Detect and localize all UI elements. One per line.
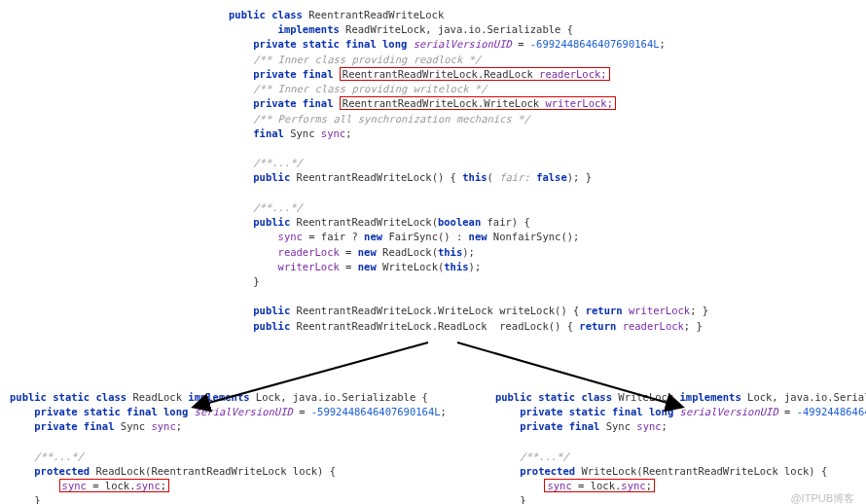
kw: this [462, 171, 487, 183]
kw: private final [520, 420, 599, 432]
t: ReentrantReadWriteLock.WriteLock writeLo… [290, 305, 585, 316]
t: } [253, 275, 259, 287]
kw: return [586, 305, 623, 316]
f: sync [621, 480, 645, 491]
c: /** Performs all synchronization mechani… [253, 113, 529, 125]
t: fair) { [481, 216, 530, 228]
kw: new [469, 231, 487, 242]
kw: this [438, 246, 462, 258]
kw: new [358, 261, 377, 272]
kw: public [253, 305, 290, 316]
n: -4992448646407690164L [797, 406, 866, 417]
t: ; [345, 127, 351, 139]
f: sync [135, 480, 160, 491]
t: ; [662, 420, 668, 432]
t: ReentrantReadWriteLock( [290, 216, 438, 228]
t: = [340, 246, 358, 258]
t: ; } [690, 305, 708, 316]
kw: private final [34, 420, 114, 432]
t: = fair ? [303, 231, 364, 242]
t: ReentrantReadWriteLock [303, 9, 444, 20]
kw: public [253, 216, 290, 228]
n: -5992448646407690164L [311, 406, 441, 417]
f: writerLock [278, 261, 340, 272]
t: ReentrantReadWriteLock.ReadLock readLock… [290, 320, 579, 332]
t: WriteLock( [377, 261, 445, 272]
f: readerLock; [539, 68, 607, 80]
t: ReadLock( [377, 246, 438, 258]
t: = lock. [87, 480, 136, 491]
t: FairSync() : [382, 231, 469, 242]
f: readerLock [278, 246, 340, 258]
t: = [778, 406, 797, 417]
t: ReadWriteLock, java.io.Serializable { [340, 23, 573, 35]
t: ; [161, 480, 166, 491]
kw: private static final long [253, 38, 413, 50]
f: sync [62, 480, 87, 491]
kw: public static class [495, 391, 612, 403]
t: = [340, 261, 358, 272]
kw: boolean [438, 216, 481, 228]
f: sync [321, 127, 345, 139]
kw: private static final long [34, 406, 194, 417]
kw: implements [680, 391, 741, 403]
highlight-readlock: ReentrantReadWriteLock.ReadLock readerLo… [340, 67, 610, 81]
c: /**...*/ [520, 450, 569, 462]
code: public static class WriteLock implements… [495, 390, 866, 504]
c: /**...*/ [253, 201, 303, 213]
f: writerLock [629, 305, 690, 316]
t: ; [441, 406, 447, 417]
kw: false [536, 171, 567, 183]
code: public static class ReadLock implements … [10, 390, 447, 504]
kw: this [444, 261, 468, 272]
p: fair: [493, 171, 536, 183]
t: Lock, java.io.Serializable { [250, 391, 428, 403]
kw: private final [253, 97, 340, 109]
t: ; [646, 480, 652, 491]
kw: final [253, 127, 284, 139]
t: Lock, java.io.Serializable { [741, 391, 866, 403]
kw: public [253, 320, 290, 332]
t: ReentrantReadWriteLock.WriteLock [343, 97, 546, 109]
watermark: @ITPUB博客 [790, 491, 854, 504]
t: Sync [114, 420, 151, 432]
f: sync [151, 420, 175, 432]
t: = [293, 406, 311, 417]
t: NonfairSync(); [487, 231, 580, 242]
code: public class ReentrantReadWriteLock impl… [229, 8, 783, 334]
f: serialVersionUID [680, 406, 778, 417]
kw: public static class [10, 391, 126, 403]
kw: new [358, 246, 377, 258]
kw: private static final long [520, 406, 679, 417]
t: WriteLock(ReentrantReadWriteLock lock) { [575, 465, 827, 477]
t: WriteLock [612, 391, 680, 403]
t: = [512, 38, 530, 50]
kw: protected [34, 465, 90, 477]
t: ); } [567, 171, 592, 183]
f: sync [547, 480, 571, 491]
kw: public class [229, 9, 303, 20]
highlight-sync: sync = lock.sync; [544, 479, 655, 492]
highlight-writelock: ReentrantReadWriteLock.WriteLock writerL… [340, 96, 616, 110]
t: Sync [284, 127, 321, 139]
t: } [34, 494, 40, 504]
kw: public [253, 171, 290, 183]
f: sync [636, 420, 661, 432]
t: ; } [684, 320, 703, 332]
c: /** Inner class providing writelock */ [253, 83, 487, 94]
f: writerLock; [545, 97, 613, 109]
kw: implements [188, 391, 249, 403]
f: serialVersionUID [195, 406, 293, 417]
top-code-block: public class ReentrantReadWriteLock impl… [229, 8, 783, 334]
t: ReentrantReadWriteLock() { [290, 171, 462, 183]
writelock-block: public static class WriteLock implements… [495, 390, 866, 504]
kw: private final [253, 68, 340, 80]
kw: implements [278, 23, 340, 35]
t: ; [176, 420, 182, 432]
c: /**...*/ [34, 450, 84, 462]
bottom-row: public static class ReadLock implements … [10, 390, 856, 504]
c: /**...*/ [253, 157, 303, 168]
highlight-sync: sync = lock.sync; [59, 479, 170, 492]
t: } [520, 494, 525, 504]
readlock-block: public static class ReadLock implements … [10, 390, 447, 504]
